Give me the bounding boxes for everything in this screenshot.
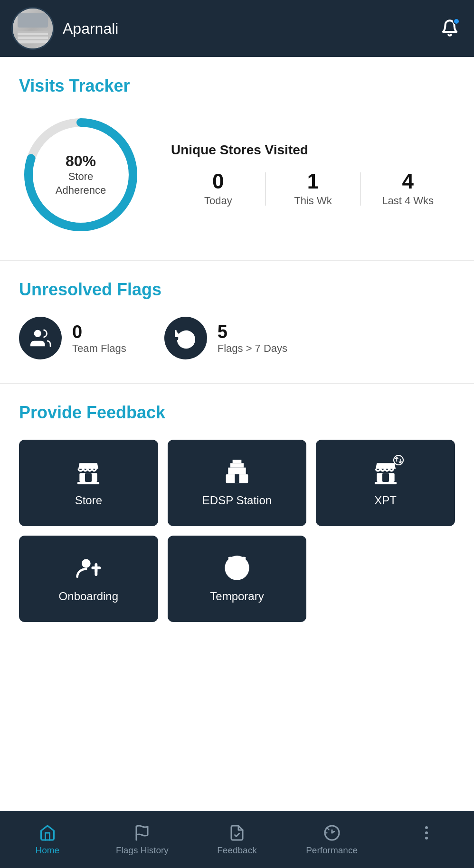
- onboarding-card-label: Onboarding: [59, 590, 118, 603]
- temporary-feedback-card[interactable]: Temporary: [168, 536, 307, 622]
- team-icon: [29, 327, 51, 349]
- nav-feedback[interactable]: Feedback: [190, 820, 284, 860]
- bottom-navigation: Home Flags History Feedback Performance: [0, 811, 474, 868]
- flags-history-icon: [133, 824, 151, 841]
- visits-tracker-title: Visits Tracker: [19, 76, 455, 96]
- home-icon: [39, 824, 56, 841]
- xpt-feedback-card[interactable]: XPT: [316, 440, 455, 526]
- stat-today-value: 0: [171, 171, 265, 192]
- old-flags-desc: Flags > 7 Days: [218, 342, 287, 355]
- feedback-grid: Store EDSP Station: [19, 440, 455, 622]
- main-content: Visits Tracker 80% Store Adherence: [0, 57, 474, 846]
- unique-stores-title: Unique Stores Visited: [171, 142, 455, 158]
- nav-flags-history-label: Flags History: [116, 845, 169, 856]
- store-card-label: Store: [75, 494, 102, 507]
- old-flags-info: 5 Flags > 7 Days: [218, 322, 287, 355]
- stat-today: 0 Today: [171, 171, 265, 207]
- donut-chart: 80% Store Adherence: [19, 113, 142, 236]
- team-flags-desc: Team Flags: [72, 342, 126, 355]
- svg-rect-12: [382, 473, 389, 482]
- flags-content: 0 Team Flags 5 Flags > 7 Days: [19, 317, 455, 359]
- stat-this-wk: 1 This Wk: [266, 171, 360, 207]
- svg-rect-9: [233, 460, 242, 463]
- stat-this-wk-label: This Wk: [266, 195, 360, 207]
- team-flags-info: 0 Team Flags: [72, 322, 126, 355]
- provide-feedback-section: Provide Feedback Store: [0, 384, 474, 646]
- stat-last-4-wks: 4 Last 4 Wks: [360, 171, 455, 207]
- visits-content: 80% Store Adherence Unique Stores Visite…: [19, 113, 455, 236]
- avatar: [11, 7, 54, 50]
- temporary-card-label: Temporary: [210, 590, 264, 603]
- nav-more[interactable]: More: [379, 821, 474, 859]
- nav-home-label: Home: [35, 845, 59, 856]
- empty-space: [0, 646, 474, 789]
- team-flags-icon-circle: [19, 317, 62, 359]
- stat-last-4-wks-value: 4: [360, 171, 455, 192]
- edsp-feedback-card[interactable]: EDSP Station: [168, 440, 307, 526]
- app-header: Aparnali: [0, 0, 474, 57]
- history-icon: [175, 327, 197, 349]
- svg-rect-4: [85, 473, 92, 482]
- performance-icon: [323, 824, 341, 841]
- store-feedback-card[interactable]: Store: [19, 440, 158, 526]
- stat-this-wk-value: 1: [266, 171, 360, 192]
- old-flags-icon-circle: [164, 317, 207, 359]
- stat-today-label: Today: [171, 195, 265, 207]
- feedback-icon: [228, 824, 246, 841]
- svg-point-14: [82, 559, 91, 568]
- temporary-icon: [224, 555, 250, 581]
- avatar-preview: [13, 9, 53, 48]
- nav-feedback-label: Feedback: [217, 845, 256, 856]
- xpt-card-label: XPT: [374, 494, 397, 507]
- username-label: Aparnali: [63, 20, 118, 38]
- more-dots-icon: [425, 826, 428, 840]
- unresolved-flags-title: Unresolved Flags: [19, 280, 455, 300]
- team-flags-group: 0 Team Flags: [19, 317, 126, 359]
- nav-flags-history[interactable]: Flags History: [95, 820, 190, 860]
- notification-dot: [453, 18, 460, 25]
- svg-rect-10: [235, 474, 239, 483]
- onboarding-feedback-card[interactable]: Onboarding: [19, 536, 158, 622]
- unique-stores: Unique Stores Visited 0 Today 1 This Wk …: [171, 142, 455, 207]
- edsp-card-label: EDSP Station: [202, 494, 272, 507]
- xpt-badge-icon: [394, 447, 403, 473]
- stores-stats: 0 Today 1 This Wk 4 Last 4 Wks: [171, 171, 455, 207]
- nav-performance[interactable]: Performance: [284, 820, 379, 860]
- edsp-icon: [224, 459, 250, 485]
- svg-rect-13: [374, 482, 397, 484]
- nav-home[interactable]: Home: [0, 820, 95, 860]
- nav-performance-label: Performance: [306, 845, 358, 856]
- visits-tracker-section: Visits Tracker 80% Store Adherence: [0, 57, 474, 261]
- stat-last-4-wks-label: Last 4 Wks: [360, 195, 455, 207]
- team-flags-count: 0: [72, 322, 126, 342]
- provide-feedback-title: Provide Feedback: [19, 403, 455, 423]
- unresolved-flags-section: Unresolved Flags 0 Team Flags: [0, 261, 474, 384]
- onboarding-icon: [75, 555, 102, 581]
- donut-center-text: 80% Store Adherence: [56, 152, 106, 197]
- old-flags-group: 5 Flags > 7 Days: [164, 317, 287, 359]
- notification-button[interactable]: [437, 15, 463, 42]
- old-flags-count: 5: [218, 322, 287, 342]
- svg-rect-5: [77, 482, 100, 484]
- donut-label: Store Adherence: [56, 170, 106, 197]
- svg-rect-7: [228, 468, 246, 474]
- svg-rect-8: [230, 463, 244, 467]
- store-icon: [75, 459, 102, 485]
- svg-point-2: [34, 330, 41, 337]
- donut-percent: 80%: [56, 152, 106, 170]
- header-left: Aparnali: [11, 7, 118, 50]
